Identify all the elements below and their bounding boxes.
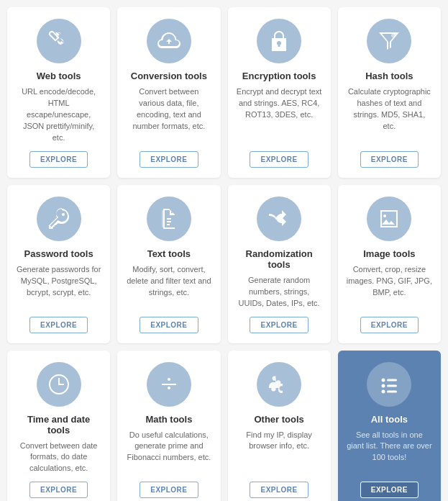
- explore-button[interactable]: EXPLORE: [29, 317, 88, 333]
- card-title: Text tools: [147, 248, 191, 259]
- card-math-tools: Math tools Do useful calculations, gener…: [117, 351, 220, 502]
- wrench-icon: [37, 19, 81, 63]
- explore-button[interactable]: EXPLORE: [140, 151, 198, 168]
- card-title: Hash tools: [365, 71, 413, 81]
- image-icon: [367, 197, 411, 241]
- card-title: Randomization tools: [237, 248, 322, 270]
- card-encryption-tools: Encryption tools Encrypt and decrypt tex…: [228, 7, 331, 178]
- filter-icon: [367, 19, 411, 63]
- card-desc: Convert, crop, resize images. PNG, GIF, …: [347, 264, 432, 310]
- card-desc: See all tools in one giant list. There a…: [347, 430, 432, 475]
- explore-button[interactable]: EXPLORE: [250, 317, 308, 333]
- puzzle-icon: [257, 362, 301, 407]
- card-desc: Modify, sort, convert, delete and filter…: [126, 264, 211, 310]
- card-desc: Generate passwords for MySQL, PostgreSQL…: [16, 264, 101, 310]
- shuffle-icon: [257, 197, 301, 241]
- card-randomization-tools: Randomization tools Generate random numb…: [228, 185, 331, 343]
- key-icon: [37, 197, 81, 241]
- card-desc: Calculate cryptographic hashes of text a…: [347, 86, 432, 144]
- svg-point-5: [382, 384, 385, 387]
- explore-button[interactable]: EXPLORE: [360, 317, 419, 333]
- card-title: Time and date tools: [16, 414, 101, 435]
- svg-rect-6: [387, 384, 397, 387]
- card-desc: URL encode/decode, HTML escape/unescape,…: [16, 86, 101, 144]
- card-text-tools: Text tools Modify, sort, convert, delete…: [117, 185, 220, 343]
- cloud-sync-icon: [147, 19, 191, 63]
- card-desc: Convert between date formats, do date ca…: [16, 441, 101, 475]
- document-icon: [147, 197, 191, 241]
- card-title: Image tools: [363, 248, 415, 259]
- card-desc: Do useful calculations, generate prime a…: [126, 430, 211, 475]
- card-web-tools: Web tools URL encode/decode, HTML escape…: [7, 7, 110, 178]
- explore-button[interactable]: EXPLORE: [360, 482, 419, 498]
- card-title: Encryption tools: [242, 71, 316, 81]
- card-conversion-tools: Conversion tools Convert between various…: [117, 7, 220, 178]
- explore-button[interactable]: EXPLORE: [140, 482, 198, 498]
- list-icon: [367, 362, 411, 407]
- card-hash-tools: Hash tools Calculate cryptographic hashe…: [338, 7, 441, 178]
- card-password-tools: Password tools Generate passwords for My…: [7, 185, 110, 343]
- card-title: Web tools: [37, 71, 81, 81]
- clock-icon: [37, 362, 81, 407]
- explore-button[interactable]: EXPLORE: [29, 482, 88, 498]
- card-desc: Generate random numbers, strings, UUIDs,…: [237, 275, 322, 310]
- explore-button[interactable]: EXPLORE: [250, 482, 308, 498]
- card-title: Math tools: [145, 414, 192, 425]
- tools-grid: Web tools URL encode/decode, HTML escape…: [7, 7, 441, 501]
- card-all-tools: All tools See all tools in one giant lis…: [338, 351, 441, 502]
- card-title: All tools: [371, 414, 408, 425]
- card-image-tools: Image tools Convert, crop, resize images…: [338, 185, 441, 343]
- svg-rect-4: [387, 379, 397, 381]
- svg-point-1: [394, 33, 396, 35]
- divide-icon: [147, 362, 191, 407]
- card-title: Conversion tools: [131, 71, 207, 81]
- card-desc: Find my IP, display browser info, etc.: [237, 430, 322, 475]
- explore-button[interactable]: EXPLORE: [29, 151, 88, 168]
- card-title: Password tools: [24, 248, 93, 259]
- svg-point-7: [382, 389, 385, 393]
- explore-button[interactable]: EXPLORE: [140, 317, 198, 333]
- explore-button[interactable]: EXPLORE: [250, 151, 308, 168]
- svg-point-3: [382, 378, 385, 382]
- card-desc: Convert between various data, file, enco…: [126, 86, 211, 144]
- card-title: Other tools: [254, 414, 303, 425]
- card-other-tools: Other tools Find my IP, display browser …: [228, 351, 331, 502]
- svg-rect-8: [387, 390, 397, 392]
- explore-button[interactable]: EXPLORE: [360, 151, 419, 168]
- card-time-tools: Time and date tools Convert between date…: [7, 351, 110, 502]
- svg-rect-2: [162, 210, 163, 227]
- card-desc: Encrypt and decrypt text and strings. AE…: [237, 86, 322, 144]
- lock-icon: [257, 19, 301, 63]
